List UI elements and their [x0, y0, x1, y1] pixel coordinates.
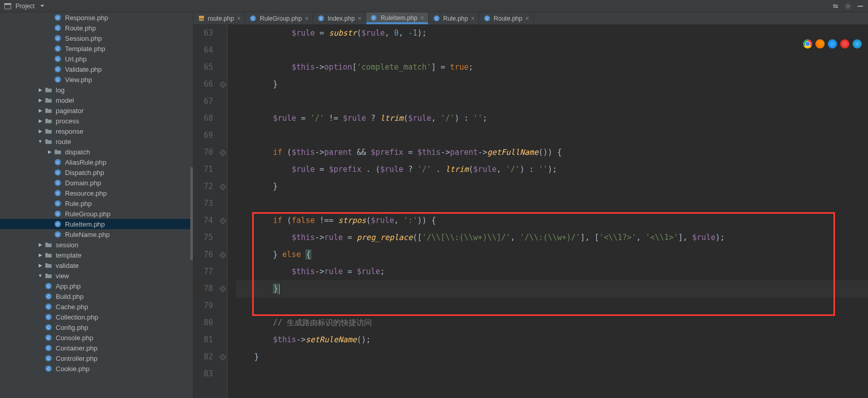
- tree-file[interactable]: CDispatch.php: [0, 167, 190, 178]
- code-line[interactable]: [236, 127, 868, 144]
- fold-column[interactable]: [218, 25, 227, 398]
- close-icon[interactable]: ×: [305, 15, 308, 22]
- code-line[interactable]: $rule = '/' != $rule ? ltrim($rule, '/')…: [236, 110, 868, 127]
- code-line[interactable]: } else {: [236, 246, 868, 263]
- collapse-icon[interactable]: [831, 2, 840, 11]
- tree-file[interactable]: CController.php: [0, 353, 190, 363]
- editor-tab[interactable]: CRoute.php×: [479, 12, 533, 24]
- editor-tab[interactable]: CRule.php×: [429, 12, 479, 24]
- tree-folder[interactable]: ▼view: [0, 270, 190, 281]
- close-icon[interactable]: ×: [358, 15, 362, 22]
- tree-file[interactable]: CRuleGroup.php: [0, 209, 190, 219]
- fold-marker-icon[interactable]: [219, 354, 226, 361]
- code-line[interactable]: [236, 42, 868, 59]
- project-tree[interactable]: CResponse.phpCRoute.phpCSession.phpCTemp…: [0, 12, 190, 374]
- tree-file[interactable]: CResource.php: [0, 188, 190, 198]
- dropdown-icon[interactable]: [38, 2, 47, 11]
- close-icon[interactable]: ×: [471, 15, 474, 22]
- code-line[interactable]: [236, 365, 868, 383]
- tree-scrollbar[interactable]: [190, 12, 193, 398]
- tree-file[interactable]: CDomain.php: [0, 178, 190, 188]
- close-icon[interactable]: ×: [420, 14, 424, 22]
- tree-folder[interactable]: ▶response: [0, 126, 190, 136]
- editor[interactable]: 6364656667686970717273747576777879808182…: [193, 25, 868, 398]
- tree-arrow-icon[interactable]: ▶: [37, 263, 43, 268]
- tree-arrow-icon[interactable]: ▶: [37, 108, 43, 113]
- tree-file[interactable]: CValidate.php: [0, 64, 190, 74]
- minimize-icon[interactable]: [856, 2, 865, 11]
- tree-arrow-icon[interactable]: ▶: [37, 242, 43, 247]
- chrome-icon[interactable]: [803, 39, 812, 49]
- tree-folder[interactable]: ▼route: [0, 136, 190, 147]
- tree-scrollbar-thumb[interactable]: [190, 167, 193, 260]
- code-area[interactable]: $rule = substr($rule, 0, -1); $this->opt…: [227, 25, 868, 398]
- tree-file[interactable]: CCollection.php: [0, 312, 190, 322]
- editor-tab[interactable]: CRuleGroup.php×: [245, 12, 313, 24]
- fold-marker-icon[interactable]: [219, 217, 226, 225]
- tree-arrow-icon[interactable]: ▶: [37, 87, 43, 92]
- tree-folder[interactable]: ▶model: [0, 95, 190, 105]
- firefox-icon[interactable]: [815, 39, 825, 49]
- tree-folder[interactable]: ▶session: [0, 240, 190, 250]
- opera-icon[interactable]: [840, 39, 849, 49]
- tree-file[interactable]: CConsole.php: [0, 332, 190, 343]
- tree-file[interactable]: CConfig.php: [0, 322, 190, 332]
- tree-folder[interactable]: ▶template: [0, 250, 190, 260]
- fold-marker-icon[interactable]: [219, 285, 226, 293]
- fold-marker-icon[interactable]: [219, 81, 226, 88]
- ie-icon[interactable]: [853, 39, 862, 49]
- code-line[interactable]: [236, 93, 868, 110]
- project-label[interactable]: Project: [15, 3, 35, 10]
- code-line[interactable]: $this->rule = preg_replace(['/\\[\\:(\\w…: [236, 229, 868, 246]
- code-line[interactable]: $this->option['complete_match'] = true;: [236, 59, 868, 76]
- editor-tab[interactable]: phproute.php×: [193, 12, 245, 24]
- tree-arrow-icon[interactable]: ▶: [46, 149, 53, 154]
- tree-file[interactable]: CSession.php: [0, 33, 190, 43]
- tree-file[interactable]: CBuild.php: [0, 291, 190, 301]
- tree-arrow-icon[interactable]: ▶: [37, 98, 43, 103]
- tree-folder[interactable]: ▶validate: [0, 260, 190, 270]
- tree-arrow-icon[interactable]: ▶: [37, 118, 43, 123]
- code-line[interactable]: $rule = $prefix . ($rule ? '/' . ltrim($…: [236, 161, 868, 178]
- code-line[interactable]: }: [236, 178, 868, 195]
- tree-file[interactable]: CContainer.php: [0, 343, 190, 353]
- code-line[interactable]: if ($this->parent && $prefix = $this->pa…: [236, 144, 868, 161]
- tree-folder[interactable]: ▶paginator: [0, 105, 190, 116]
- tree-arrow-icon[interactable]: ▶: [37, 129, 43, 134]
- tree-arrow-icon[interactable]: ▶: [37, 252, 43, 258]
- tree-file[interactable]: CResponse.php: [0, 12, 190, 23]
- tree-file[interactable]: CView.php: [0, 74, 190, 85]
- fold-marker-icon[interactable]: [219, 149, 226, 156]
- tree-folder[interactable]: ▶process: [0, 116, 190, 126]
- gear-icon[interactable]: [843, 2, 853, 11]
- tree-file[interactable]: CRule.php: [0, 198, 190, 209]
- safari-icon[interactable]: [828, 39, 837, 49]
- tree-file[interactable]: CUrl.php: [0, 54, 190, 64]
- code-line[interactable]: $rule = substr($rule, 0, -1);: [236, 25, 868, 42]
- code-line[interactable]: }: [236, 76, 868, 93]
- tree-file[interactable]: CCache.php: [0, 301, 190, 312]
- code-line[interactable]: $this->rule = $rule;: [236, 263, 868, 280]
- fold-marker-icon[interactable]: [219, 183, 226, 190]
- code-line[interactable]: $this->setRuleName();: [236, 331, 868, 348]
- close-icon[interactable]: ×: [526, 15, 529, 22]
- editor-tab[interactable]: CIndex.php×: [313, 12, 366, 24]
- tree-file[interactable]: CRuleName.php: [0, 229, 190, 240]
- code-line[interactable]: if (false !== strpos($rule, ':')) {: [236, 212, 868, 229]
- fold-marker-icon[interactable]: [219, 251, 226, 259]
- code-line[interactable]: }: [236, 348, 868, 365]
- code-line[interactable]: [236, 297, 868, 314]
- tree-folder[interactable]: ▶log: [0, 85, 190, 95]
- code-line-current[interactable]: }: [236, 280, 868, 297]
- tree-file[interactable]: CApp.php: [0, 281, 190, 291]
- tree-folder[interactable]: ▶dispatch: [0, 147, 190, 157]
- code-line[interactable]: // 生成路由标识的快捷访问: [236, 314, 868, 331]
- close-icon[interactable]: ×: [237, 15, 241, 22]
- code-line[interactable]: [236, 195, 868, 212]
- tree-file[interactable]: CTemplate.php: [0, 43, 190, 54]
- tree-file[interactable]: CRuleItem.php: [0, 219, 190, 229]
- tree-file[interactable]: CAliasRule.php: [0, 157, 190, 167]
- tree-arrow-icon[interactable]: ▼: [37, 273, 43, 278]
- editor-tab[interactable]: CRuleItem.php×: [366, 12, 429, 24]
- tree-arrow-icon[interactable]: ▼: [37, 139, 43, 144]
